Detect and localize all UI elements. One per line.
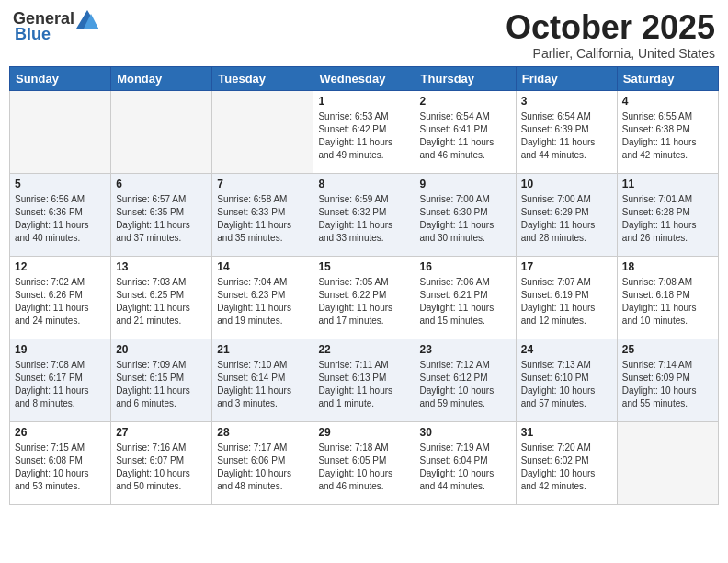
- day-info: Sunrise: 7:14 AM Sunset: 6:09 PM Dayligh…: [622, 359, 713, 410]
- day-info: Sunrise: 6:53 AM Sunset: 6:42 PM Dayligh…: [318, 110, 409, 162]
- day-info: Sunrise: 7:17 AM Sunset: 6:06 PM Dayligh…: [217, 442, 308, 493]
- calendar-cell: 9Sunrise: 7:00 AM Sunset: 6:30 PM Daylig…: [415, 173, 516, 256]
- day-info: Sunrise: 7:13 AM Sunset: 6:10 PM Dayligh…: [521, 359, 612, 410]
- day-number: 8: [318, 178, 409, 190]
- day-info: Sunrise: 6:56 AM Sunset: 6:36 PM Dayligh…: [15, 193, 106, 245]
- day-number: 30: [420, 426, 511, 439]
- day-info: Sunrise: 7:19 AM Sunset: 6:04 PM Dayligh…: [420, 442, 511, 493]
- calendar-cell: [212, 90, 313, 173]
- calendar-cell: 8Sunrise: 6:59 AM Sunset: 6:32 PM Daylig…: [313, 173, 415, 256]
- day-info: Sunrise: 7:18 AM Sunset: 6:05 PM Dayligh…: [318, 442, 409, 493]
- calendar-cell: 24Sunrise: 7:13 AM Sunset: 6:10 PM Dayli…: [516, 339, 617, 421]
- day-info: Sunrise: 7:11 AM Sunset: 6:13 PM Dayligh…: [318, 359, 409, 410]
- day-info: Sunrise: 7:02 AM Sunset: 6:26 PM Dayligh…: [15, 276, 106, 327]
- day-info: Sunrise: 7:15 AM Sunset: 6:08 PM Dayligh…: [15, 442, 106, 493]
- calendar-cell: 28Sunrise: 7:17 AM Sunset: 6:06 PM Dayli…: [212, 421, 313, 504]
- day-number: 9: [420, 178, 511, 190]
- day-number: 5: [15, 178, 106, 190]
- day-info: Sunrise: 7:01 AM Sunset: 6:28 PM Dayligh…: [622, 193, 713, 245]
- logo-blue: Blue: [15, 25, 51, 44]
- day-number: 11: [622, 178, 713, 190]
- calendar-cell: 31Sunrise: 7:20 AM Sunset: 6:02 PM Dayli…: [516, 421, 617, 504]
- column-header-monday: Monday: [111, 66, 212, 90]
- calendar-cell: 27Sunrise: 7:16 AM Sunset: 6:07 PM Dayli…: [111, 421, 212, 504]
- column-header-friday: Friday: [516, 66, 617, 90]
- calendar-cell: 15Sunrise: 7:05 AM Sunset: 6:22 PM Dayli…: [313, 256, 415, 339]
- page-header: General Blue October 2025 Parlier, Calif…: [9, 9, 719, 61]
- calendar-week-row: 5Sunrise: 6:56 AM Sunset: 6:36 PM Daylig…: [10, 173, 719, 256]
- calendar-cell: [617, 421, 718, 504]
- day-number: 31: [521, 426, 612, 439]
- calendar-cell: 26Sunrise: 7:15 AM Sunset: 6:08 PM Dayli…: [10, 421, 111, 504]
- day-info: Sunrise: 6:57 AM Sunset: 6:35 PM Dayligh…: [116, 193, 207, 245]
- day-number: 17: [521, 260, 612, 273]
- day-number: 16: [420, 260, 511, 273]
- day-number: 1: [318, 95, 409, 108]
- month-title: October 2025: [506, 9, 715, 46]
- calendar-table: SundayMondayTuesdayWednesdayThursdayFrid…: [9, 66, 719, 505]
- calendar-cell: 7Sunrise: 6:58 AM Sunset: 6:33 PM Daylig…: [212, 173, 313, 256]
- day-info: Sunrise: 7:20 AM Sunset: 6:02 PM Dayligh…: [521, 442, 612, 493]
- day-info: Sunrise: 6:59 AM Sunset: 6:32 PM Dayligh…: [318, 193, 409, 245]
- calendar-cell: 23Sunrise: 7:12 AM Sunset: 6:12 PM Dayli…: [415, 339, 516, 421]
- day-info: Sunrise: 7:12 AM Sunset: 6:12 PM Dayligh…: [420, 359, 511, 410]
- day-info: Sunrise: 6:58 AM Sunset: 6:33 PM Dayligh…: [217, 193, 308, 245]
- day-info: Sunrise: 7:09 AM Sunset: 6:15 PM Dayligh…: [116, 359, 207, 410]
- day-info: Sunrise: 7:05 AM Sunset: 6:22 PM Dayligh…: [318, 276, 409, 327]
- calendar-cell: 16Sunrise: 7:06 AM Sunset: 6:21 PM Dayli…: [415, 256, 516, 339]
- calendar-week-row: 19Sunrise: 7:08 AM Sunset: 6:17 PM Dayli…: [10, 339, 719, 421]
- calendar-cell: 4Sunrise: 6:55 AM Sunset: 6:38 PM Daylig…: [617, 90, 718, 173]
- location-title: Parlier, California, United States: [506, 46, 715, 61]
- day-info: Sunrise: 7:07 AM Sunset: 6:19 PM Dayligh…: [521, 276, 612, 327]
- calendar-cell: 29Sunrise: 7:18 AM Sunset: 6:05 PM Dayli…: [313, 421, 415, 504]
- day-number: 21: [217, 343, 308, 356]
- day-number: 3: [521, 95, 612, 108]
- calendar-cell: 3Sunrise: 6:54 AM Sunset: 6:39 PM Daylig…: [516, 90, 617, 173]
- column-header-wednesday: Wednesday: [313, 66, 415, 90]
- day-number: 4: [622, 95, 713, 108]
- day-info: Sunrise: 7:08 AM Sunset: 6:17 PM Dayligh…: [15, 359, 106, 410]
- calendar-week-row: 1Sunrise: 6:53 AM Sunset: 6:42 PM Daylig…: [10, 90, 719, 173]
- day-info: Sunrise: 7:04 AM Sunset: 6:23 PM Dayligh…: [217, 276, 308, 327]
- day-number: 28: [217, 426, 308, 439]
- day-number: 6: [116, 178, 207, 190]
- calendar-cell: 25Sunrise: 7:14 AM Sunset: 6:09 PM Dayli…: [617, 339, 718, 421]
- calendar-cell: 14Sunrise: 7:04 AM Sunset: 6:23 PM Dayli…: [212, 256, 313, 339]
- day-number: 23: [420, 343, 511, 356]
- day-info: Sunrise: 7:06 AM Sunset: 6:21 PM Dayligh…: [420, 276, 511, 327]
- column-header-tuesday: Tuesday: [212, 66, 313, 90]
- day-number: 15: [318, 260, 409, 273]
- calendar-cell: 5Sunrise: 6:56 AM Sunset: 6:36 PM Daylig…: [10, 173, 111, 256]
- calendar-cell: 22Sunrise: 7:11 AM Sunset: 6:13 PM Dayli…: [313, 339, 415, 421]
- title-block: October 2025 Parlier, California, United…: [506, 9, 715, 61]
- calendar-cell: 2Sunrise: 6:54 AM Sunset: 6:41 PM Daylig…: [415, 90, 516, 173]
- calendar-cell: 19Sunrise: 7:08 AM Sunset: 6:17 PM Dayli…: [10, 339, 111, 421]
- calendar-cell: 6Sunrise: 6:57 AM Sunset: 6:35 PM Daylig…: [111, 173, 212, 256]
- day-info: Sunrise: 7:00 AM Sunset: 6:30 PM Dayligh…: [420, 193, 511, 245]
- day-number: 13: [116, 260, 207, 273]
- day-number: 19: [15, 343, 106, 356]
- calendar-cell: 12Sunrise: 7:02 AM Sunset: 6:26 PM Dayli…: [10, 256, 111, 339]
- calendar-cell: 11Sunrise: 7:01 AM Sunset: 6:28 PM Dayli…: [617, 173, 718, 256]
- day-info: Sunrise: 7:16 AM Sunset: 6:07 PM Dayligh…: [116, 442, 207, 493]
- day-info: Sunrise: 7:00 AM Sunset: 6:29 PM Dayligh…: [521, 193, 612, 245]
- day-number: 10: [521, 178, 612, 190]
- day-number: 7: [217, 178, 308, 190]
- day-info: Sunrise: 7:08 AM Sunset: 6:18 PM Dayligh…: [622, 276, 713, 327]
- column-header-saturday: Saturday: [617, 66, 718, 90]
- logo-icon: [76, 10, 98, 29]
- day-info: Sunrise: 6:54 AM Sunset: 6:39 PM Dayligh…: [521, 110, 612, 162]
- calendar-cell: 10Sunrise: 7:00 AM Sunset: 6:29 PM Dayli…: [516, 173, 617, 256]
- day-info: Sunrise: 6:55 AM Sunset: 6:38 PM Dayligh…: [622, 110, 713, 162]
- day-number: 29: [318, 426, 409, 439]
- calendar-cell: 18Sunrise: 7:08 AM Sunset: 6:18 PM Dayli…: [617, 256, 718, 339]
- calendar-week-row: 12Sunrise: 7:02 AM Sunset: 6:26 PM Dayli…: [10, 256, 719, 339]
- calendar-cell: 17Sunrise: 7:07 AM Sunset: 6:19 PM Dayli…: [516, 256, 617, 339]
- calendar-week-row: 26Sunrise: 7:15 AM Sunset: 6:08 PM Dayli…: [10, 421, 719, 504]
- day-number: 22: [318, 343, 409, 356]
- day-info: Sunrise: 7:03 AM Sunset: 6:25 PM Dayligh…: [116, 276, 207, 327]
- day-info: Sunrise: 7:10 AM Sunset: 6:14 PM Dayligh…: [217, 359, 308, 410]
- calendar-header-row: SundayMondayTuesdayWednesdayThursdayFrid…: [10, 66, 719, 90]
- day-number: 2: [420, 95, 511, 108]
- day-number: 27: [116, 426, 207, 439]
